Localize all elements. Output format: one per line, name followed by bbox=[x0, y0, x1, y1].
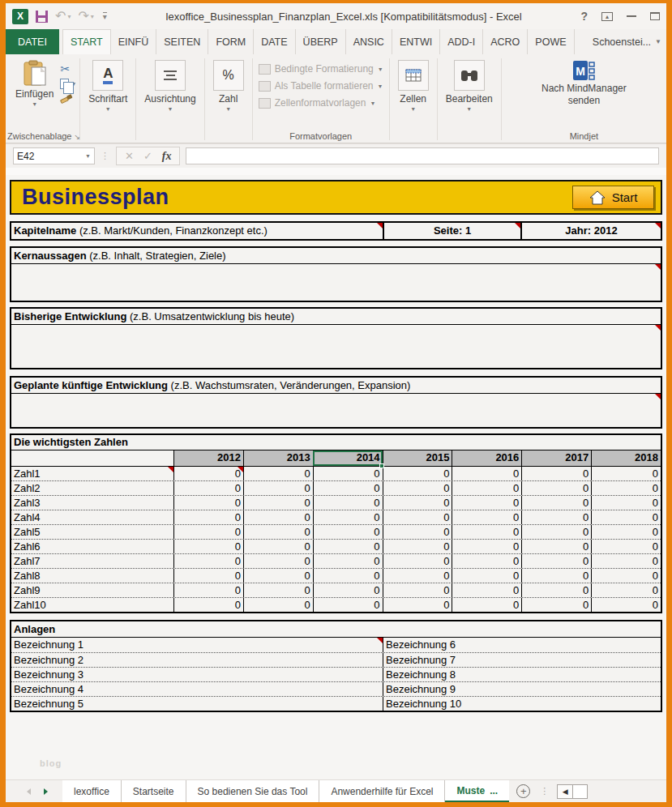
value-cell[interactable]: 0 bbox=[243, 540, 313, 553]
account-menu[interactable]: Schoenstei... ▼ bbox=[593, 29, 661, 54]
value-cell[interactable]: 0 bbox=[591, 510, 661, 524]
value-cell[interactable]: 0 bbox=[313, 554, 383, 568]
anlage-cell[interactable]: Bezeichnung 1 bbox=[11, 638, 383, 652]
bearbeiten-button[interactable]: Bearbeiten ▼ bbox=[441, 58, 498, 114]
value-cell[interactable]: 0 bbox=[452, 467, 521, 480]
scrollbar-left-icon[interactable]: ◀ bbox=[557, 784, 573, 799]
value-cell[interactable]: 0 bbox=[521, 598, 591, 612]
value-cell[interactable]: 0 bbox=[383, 598, 452, 612]
value-cell[interactable]: 0 bbox=[383, 554, 452, 568]
value-cell[interactable]: 0 bbox=[243, 496, 313, 510]
value-cell[interactable]: 0 bbox=[313, 510, 383, 524]
value-cell[interactable]: 0 bbox=[521, 481, 591, 495]
value-cell[interactable]: 0 bbox=[591, 583, 661, 597]
new-sheet-button[interactable]: + bbox=[516, 784, 530, 798]
value-cell[interactable]: 0 bbox=[383, 481, 452, 495]
value-cell[interactable]: 0 bbox=[383, 467, 452, 480]
ribbon-tab-entwi[interactable]: ENTWI bbox=[392, 29, 440, 54]
sheet-tab-anwenderhilfe-für-excel[interactable]: Anwenderhilfe für Excel bbox=[319, 780, 445, 802]
value-cell[interactable]: 0 bbox=[173, 540, 243, 553]
row-label-cell[interactable]: Zahl10 bbox=[11, 598, 173, 612]
value-cell[interactable]: 0 bbox=[313, 496, 383, 510]
anlage-cell[interactable]: Bezeichnung 8 bbox=[383, 668, 661, 681]
value-cell[interactable]: 0 bbox=[173, 496, 243, 510]
sheet-scroll-right-icon[interactable] bbox=[44, 788, 48, 795]
value-cell[interactable]: 0 bbox=[243, 467, 313, 480]
value-cell[interactable]: 0 bbox=[243, 510, 313, 524]
kapitelname-cell[interactable]: Kapitelname (z.B. Markt/Kunden, Finanzko… bbox=[11, 223, 383, 239]
save-icon[interactable] bbox=[36, 11, 48, 23]
value-cell[interactable]: 0 bbox=[243, 598, 313, 612]
value-cell[interactable]: 0 bbox=[591, 540, 661, 553]
row-label-cell[interactable]: Zahl5 bbox=[11, 525, 173, 539]
mindmanager-send-button[interactable]: M Nach MindManagersenden bbox=[541, 58, 627, 107]
empty-header-cell[interactable] bbox=[11, 450, 173, 466]
value-cell[interactable]: 0 bbox=[173, 583, 243, 597]
ribbon-tab-start[interactable]: START bbox=[62, 29, 111, 54]
row-label-cell[interactable]: Zahl4 bbox=[11, 510, 173, 524]
redo-button[interactable]: ↷▾ bbox=[78, 11, 93, 22]
name-box[interactable]: E42 ▼ bbox=[13, 147, 95, 164]
sheet-tab-startseite[interactable]: Startseite bbox=[122, 780, 186, 802]
ribbon-tab-form[interactable]: FORM bbox=[208, 29, 254, 54]
seite-cell[interactable]: Seite: 1 bbox=[383, 223, 520, 239]
anlage-cell[interactable]: Bezeichnung 5 bbox=[11, 697, 383, 711]
ribbon-tab-date[interactable]: DATE bbox=[254, 29, 295, 54]
row-label-cell[interactable]: Zahl8 bbox=[11, 569, 173, 583]
row-label-cell[interactable]: Zahl7 bbox=[11, 554, 173, 568]
formatvorlagen-item[interactable]: Als Tabelle formatieren▼ bbox=[259, 80, 383, 92]
year-header-cell[interactable]: 2017 bbox=[521, 450, 591, 466]
value-cell[interactable]: 0 bbox=[243, 481, 313, 495]
value-cell[interactable]: 0 bbox=[521, 540, 591, 553]
value-cell[interactable]: 0 bbox=[383, 525, 452, 539]
value-cell[interactable]: 0 bbox=[383, 540, 452, 553]
sheet-scroll-left-icon[interactable] bbox=[27, 788, 31, 795]
value-cell[interactable]: 0 bbox=[383, 510, 452, 524]
value-cell[interactable]: 0 bbox=[173, 569, 243, 583]
ribbon-tab-add-i[interactable]: ADD-I bbox=[440, 29, 483, 54]
row-label-cell[interactable]: Zahl9 bbox=[11, 583, 173, 597]
year-header-cell[interactable]: 2012 bbox=[173, 450, 243, 466]
paste-button[interactable]: Einfügen ▼ bbox=[11, 58, 58, 109]
scrollbar-thumb[interactable] bbox=[573, 784, 588, 799]
selection-fill-handle[interactable] bbox=[379, 463, 384, 468]
anlage-cell[interactable]: Bezeichnung 3 bbox=[11, 668, 383, 681]
value-cell[interactable]: 0 bbox=[173, 467, 243, 480]
jahr-cell[interactable]: Jahr: 2012 bbox=[520, 223, 661, 239]
schriftart-button[interactable]: A Schriftart ▼ bbox=[83, 58, 132, 114]
value-cell[interactable]: 0 bbox=[313, 525, 383, 539]
insert-function-icon[interactable]: fx bbox=[162, 150, 172, 163]
format-painter-button[interactable] bbox=[60, 92, 76, 104]
enter-icon[interactable]: ✓ bbox=[143, 150, 152, 162]
value-cell[interactable]: 0 bbox=[383, 496, 452, 510]
value-cell[interactable]: 0 bbox=[383, 569, 452, 583]
ribbon-tab--berp[interactable]: ÜBERP bbox=[296, 29, 346, 54]
value-cell[interactable]: 0 bbox=[452, 481, 521, 495]
row-label-cell[interactable]: Zahl6 bbox=[11, 540, 173, 553]
value-cell[interactable]: 0 bbox=[243, 525, 313, 539]
value-cell[interactable]: 0 bbox=[591, 598, 661, 612]
value-cell[interactable]: 0 bbox=[521, 583, 591, 597]
row-label-cell[interactable]: Zahl1 bbox=[11, 467, 173, 480]
formatvorlagen-item[interactable]: Bedingte Formatierung▼ bbox=[259, 63, 383, 75]
value-cell[interactable]: 0 bbox=[173, 554, 243, 568]
dialog-launcher-icon[interactable]: ↘ bbox=[75, 133, 81, 141]
ribbon-display-options-icon[interactable]: ▴ bbox=[601, 12, 613, 21]
value-cell[interactable]: 0 bbox=[521, 467, 591, 480]
sheet-tab-so-bedienen-sie-das-tool[interactable]: So bedienen Sie das Tool bbox=[186, 780, 320, 802]
value-cell[interactable]: 0 bbox=[452, 583, 521, 597]
sheet-tab-active[interactable]: Muste... bbox=[445, 780, 509, 802]
value-cell[interactable]: 0 bbox=[452, 525, 521, 539]
value-cell[interactable]: 0 bbox=[173, 510, 243, 524]
ribbon-tab-powe[interactable]: POWE bbox=[528, 29, 574, 54]
geplante-input-cell[interactable] bbox=[11, 394, 661, 427]
kernaussagen-input-cell[interactable] bbox=[11, 264, 661, 301]
anlage-cell[interactable]: Bezeichnung 2 bbox=[11, 653, 383, 667]
ribbon-tab-datei[interactable]: DATEI bbox=[6, 29, 59, 54]
value-cell[interactable]: 0 bbox=[313, 569, 383, 583]
row-label-cell[interactable]: Zahl3 bbox=[11, 496, 173, 510]
value-cell[interactable]: 0 bbox=[591, 569, 661, 583]
value-cell[interactable]: 0 bbox=[313, 540, 383, 553]
cancel-icon[interactable]: ✕ bbox=[125, 150, 134, 162]
anlage-cell[interactable]: Bezeichnung 6 bbox=[383, 638, 661, 652]
